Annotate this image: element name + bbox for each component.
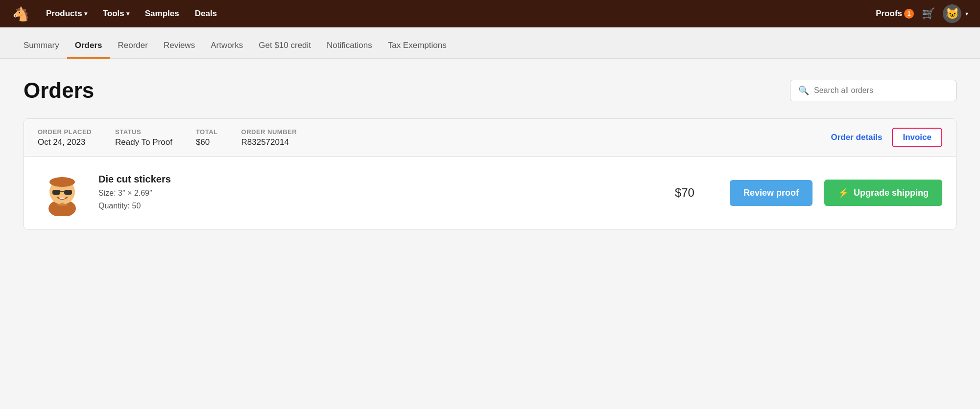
logo-icon[interactable]: 🐴 bbox=[12, 5, 29, 23]
nav-right: Proofs 1 🛒 😺 ▾ bbox=[876, 4, 968, 23]
tools-dropdown-arrow: ▾ bbox=[126, 10, 129, 17]
status-field: STATUS Ready To Proof bbox=[115, 128, 172, 147]
nav-left: 🐴 Products ▾ Tools ▾ Samples Deals bbox=[12, 5, 224, 23]
order-number-label: ORDER NUMBER bbox=[241, 128, 297, 136]
tab-notifications[interactable]: Notifications bbox=[319, 41, 380, 59]
order-card: ORDER PLACED Oct 24, 2023 STATUS Ready T… bbox=[24, 118, 956, 229]
status-value: Ready To Proof bbox=[115, 137, 172, 147]
product-price: $70 bbox=[675, 186, 694, 200]
total-field: TOTAL $60 bbox=[196, 128, 218, 147]
svg-rect-5 bbox=[60, 191, 64, 192]
avatar-button[interactable]: 😺 bbox=[943, 4, 961, 23]
review-proof-button[interactable]: Review proof bbox=[730, 180, 813, 206]
order-item: Die cut stickers Size: 3″ × 2.69″ Quanti… bbox=[24, 157, 956, 229]
avatar-dropdown-arrow[interactable]: ▾ bbox=[965, 10, 968, 17]
page-header: Orders 🔍 bbox=[24, 78, 956, 103]
upgrade-shipping-button[interactable]: ⚡ Upgrade shipping bbox=[824, 180, 942, 206]
bolt-icon: ⚡ bbox=[838, 187, 849, 198]
tab-artworks[interactable]: Artworks bbox=[203, 41, 251, 59]
nav-item-tools[interactable]: Tools ▾ bbox=[96, 5, 136, 23]
nav-item-products[interactable]: Products ▾ bbox=[39, 5, 94, 23]
tab-summary[interactable]: Summary bbox=[16, 41, 67, 59]
tab-reorder[interactable]: Reorder bbox=[110, 41, 155, 59]
products-dropdown-arrow: ▾ bbox=[84, 10, 87, 17]
order-number-field: ORDER NUMBER R832572014 bbox=[241, 128, 297, 147]
avatar-icon: 😺 bbox=[946, 7, 959, 20]
search-box[interactable]: 🔍 bbox=[790, 80, 956, 101]
nav-item-deals[interactable]: Deals bbox=[188, 5, 224, 23]
product-quantity: Quantity: 50 bbox=[98, 200, 640, 212]
secondary-navigation: Summary Orders Reorder Reviews Artworks … bbox=[0, 27, 980, 59]
tab-reviews[interactable]: Reviews bbox=[156, 41, 203, 59]
svg-rect-4 bbox=[64, 190, 72, 195]
page-title: Orders bbox=[24, 78, 94, 103]
product-thumbnail bbox=[38, 168, 87, 217]
cart-icon[interactable]: 🛒 bbox=[922, 7, 935, 20]
product-name: Die cut stickers bbox=[98, 174, 640, 185]
total-value: $60 bbox=[196, 137, 218, 147]
nav-item-samples[interactable]: Samples bbox=[138, 5, 186, 23]
order-details-link[interactable]: Order details bbox=[831, 133, 883, 142]
proofs-button[interactable]: Proofs 1 bbox=[876, 9, 914, 19]
order-header-actions: Order details Invoice bbox=[831, 128, 942, 147]
tab-get-credit[interactable]: Get $10 credit bbox=[251, 41, 319, 59]
top-navigation: 🐴 Products ▾ Tools ▾ Samples Deals Proof… bbox=[0, 0, 980, 27]
tab-orders[interactable]: Orders bbox=[67, 41, 110, 59]
product-info: Die cut stickers Size: 3″ × 2.69″ Quanti… bbox=[98, 174, 640, 212]
status-label: STATUS bbox=[115, 128, 172, 136]
order-header: ORDER PLACED Oct 24, 2023 STATUS Ready T… bbox=[24, 119, 956, 157]
proofs-badge: 1 bbox=[904, 9, 914, 19]
order-placed-value: Oct 24, 2023 bbox=[38, 137, 92, 147]
total-label: TOTAL bbox=[196, 128, 218, 136]
search-icon: 🔍 bbox=[798, 85, 809, 96]
page-content: Orders 🔍 ORDER PLACED Oct 24, 2023 STATU… bbox=[0, 59, 980, 409]
nav-items: Products ▾ Tools ▾ Samples Deals bbox=[39, 5, 224, 23]
invoice-button[interactable]: Invoice bbox=[892, 128, 942, 147]
svg-rect-3 bbox=[52, 190, 60, 195]
order-placed-label: ORDER PLACED bbox=[38, 128, 92, 136]
tab-tax-exemptions[interactable]: Tax Exemptions bbox=[380, 41, 454, 59]
search-input[interactable] bbox=[814, 86, 948, 95]
product-size: Size: 3″ × 2.69″ bbox=[98, 187, 640, 200]
order-placed-field: ORDER PLACED Oct 24, 2023 bbox=[38, 128, 92, 147]
order-number-value: R832572014 bbox=[241, 137, 297, 147]
svg-point-2 bbox=[49, 177, 75, 187]
